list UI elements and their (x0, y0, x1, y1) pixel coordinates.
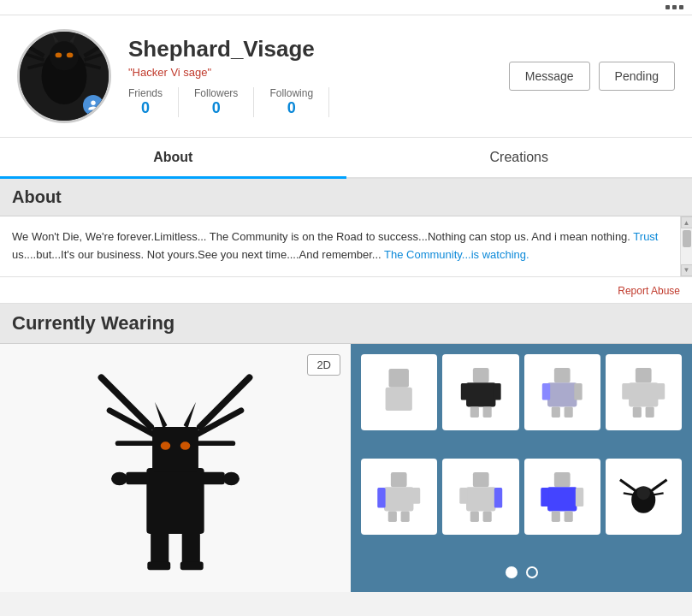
svg-rect-69 (552, 511, 560, 521)
svg-rect-56 (412, 488, 420, 504)
svg-rect-61 (459, 488, 467, 504)
character-figure (81, 361, 269, 575)
stat-following-label: Following (269, 87, 313, 99)
svg-point-9 (56, 53, 62, 58)
svg-rect-63 (470, 511, 478, 521)
svg-rect-42 (547, 382, 577, 406)
svg-point-27 (111, 471, 127, 484)
svg-point-22 (180, 441, 191, 450)
tab-about[interactable]: About (0, 138, 346, 177)
svg-point-28 (223, 471, 240, 484)
svg-marker-23 (155, 402, 167, 429)
svg-point-21 (161, 441, 171, 450)
pending-button[interactable]: Pending (599, 62, 675, 91)
items-panel (351, 344, 692, 592)
svg-rect-20 (152, 427, 198, 472)
svg-rect-41 (554, 368, 571, 382)
svg-marker-24 (184, 402, 196, 429)
profile-actions: Message Pending (509, 62, 675, 91)
stat-following-value: 0 (269, 99, 313, 117)
profile-tagline: "Hacker Vi sage" (128, 66, 492, 79)
dot1 (665, 5, 670, 9)
profile-info: Shephard_Visage "Hacker Vi sage" Friends… (128, 36, 492, 117)
svg-rect-59 (473, 472, 489, 487)
about-text: We Won't Die, We're forever.Limitless...… (12, 228, 680, 264)
scroll-down-btn[interactable]: ▼ (681, 264, 693, 276)
character-preview-panel: 2D (0, 344, 351, 592)
svg-rect-34 (386, 388, 412, 411)
svg-point-8 (50, 41, 79, 70)
svg-rect-44 (574, 383, 582, 400)
svg-rect-25 (126, 471, 149, 483)
item-1[interactable] (361, 354, 437, 430)
svg-rect-47 (636, 368, 652, 382)
svg-rect-19 (146, 468, 204, 534)
svg-rect-58 (401, 511, 410, 521)
svg-rect-57 (388, 511, 397, 521)
avatar (17, 29, 111, 123)
tabs-bar: About Creations (0, 138, 692, 179)
svg-rect-62 (494, 488, 501, 507)
svg-rect-50 (655, 383, 665, 400)
svg-rect-48 (629, 382, 658, 406)
stat-following: Following 0 (254, 87, 329, 117)
trust-link[interactable]: Trust (633, 230, 658, 243)
item-2[interactable] (442, 354, 518, 430)
svg-rect-31 (147, 561, 170, 570)
item-6[interactable] (442, 459, 518, 535)
svg-rect-51 (633, 406, 642, 417)
dot-page-1[interactable] (506, 566, 518, 578)
2d-button[interactable]: 2D (307, 354, 340, 376)
scroll-up-btn[interactable]: ▲ (681, 216, 693, 228)
svg-rect-43 (542, 383, 550, 400)
stat-friends-value: 0 (128, 99, 163, 117)
svg-rect-45 (552, 406, 560, 417)
stat-followers-value: 0 (194, 99, 238, 117)
stat-friends: Friends 0 (128, 87, 179, 117)
dots-navigation (361, 558, 682, 582)
svg-rect-33 (389, 369, 409, 388)
dot3 (679, 5, 683, 9)
about-text-wrap: We Won't Die, We're forever.Limitless...… (0, 216, 692, 277)
message-button[interactable]: Message (509, 62, 590, 91)
svg-rect-52 (646, 406, 654, 417)
item-3[interactable] (524, 354, 600, 430)
svg-rect-26 (202, 471, 225, 483)
scroll-thumb (683, 230, 691, 247)
dot-page-2[interactable] (526, 566, 538, 578)
svg-rect-65 (554, 472, 571, 487)
svg-rect-40 (482, 406, 491, 417)
profile-username: Shephard_Visage (128, 36, 492, 62)
avatar-badge (83, 95, 104, 116)
item-4[interactable] (606, 354, 682, 430)
svg-rect-66 (547, 487, 577, 511)
item-8[interactable] (606, 459, 682, 535)
window-controls (665, 5, 683, 9)
svg-point-76 (637, 487, 651, 500)
svg-point-10 (67, 53, 74, 58)
currently-wearing-body: 2D (0, 344, 692, 592)
svg-rect-70 (564, 511, 572, 521)
dot2 (672, 5, 677, 9)
svg-rect-30 (182, 532, 200, 565)
items-grid (361, 354, 682, 558)
scrollbar[interactable]: ▲ ▼ (680, 216, 692, 276)
report-row: Report Abuse (0, 277, 692, 304)
stat-followers-label: Followers (194, 87, 238, 99)
svg-rect-36 (466, 382, 495, 406)
about-section-title: About (0, 179, 692, 216)
item-5[interactable] (361, 459, 437, 535)
scroll-track (681, 228, 692, 264)
stat-friends-label: Friends (128, 87, 163, 99)
report-abuse-link[interactable]: Report Abuse (618, 285, 680, 297)
item-7[interactable] (524, 459, 600, 535)
svg-rect-49 (622, 383, 631, 400)
svg-rect-37 (460, 383, 468, 400)
tab-creations[interactable]: Creations (346, 138, 693, 177)
svg-rect-53 (391, 472, 407, 487)
svg-rect-39 (470, 406, 478, 417)
svg-rect-68 (576, 488, 583, 506)
top-bar (0, 0, 692, 15)
svg-rect-32 (180, 561, 204, 570)
currently-wearing-title: Currently Wearing (0, 304, 692, 344)
